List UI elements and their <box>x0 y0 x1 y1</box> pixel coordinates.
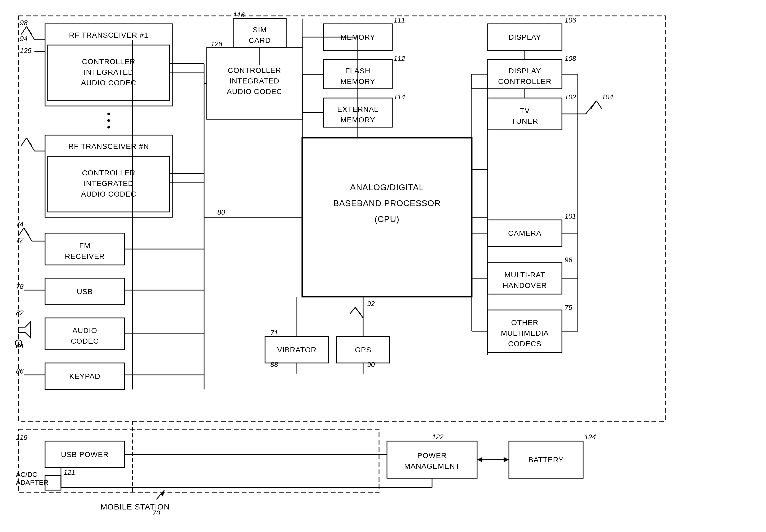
camera-label: CAMERA <box>508 229 542 237</box>
disp-ctrl-label1: DISPLAY <box>508 67 541 75</box>
label-96: 96 <box>565 256 572 264</box>
svg-point-9 <box>107 113 110 115</box>
label-80: 80 <box>217 208 225 216</box>
ctrl-label2: INTEGRATED <box>229 77 279 85</box>
label-90: 90 <box>367 361 375 369</box>
baseband-label3: (CPU) <box>374 214 400 224</box>
svg-line-21 <box>19 228 24 236</box>
label-128: 128 <box>211 40 222 48</box>
other-label3: CODECS <box>508 340 542 348</box>
svg-line-6 <box>21 26 26 34</box>
tv-label1: TV <box>520 107 530 115</box>
label-70: 70 <box>152 509 160 517</box>
label-118: 118 <box>16 433 28 441</box>
disp-ctrl-label2: CONTROLLER <box>498 77 551 86</box>
svg-line-90 <box>350 307 355 314</box>
svg-point-10 <box>107 119 110 122</box>
rfn-inner-label3: AUDIO CODEC <box>81 190 136 198</box>
svg-marker-101 <box>504 457 509 462</box>
audio-label1: AUDIO <box>72 326 97 335</box>
ctrl-label1: CONTROLLER <box>228 66 281 74</box>
label-72: 72 <box>16 236 24 244</box>
label-92: 92 <box>367 300 375 308</box>
diagram-container: RF TRANSCEIVER #1 CONTROLLER INTEGRATED … <box>11 11 755 521</box>
usb-power-label: USB POWER <box>61 450 109 459</box>
svg-line-50 <box>591 101 596 109</box>
svg-line-22 <box>24 228 29 236</box>
power-mgmt-label1: POWER <box>418 451 447 460</box>
rfn-inner-label1: CONTROLLER <box>82 169 135 177</box>
label-74: 74 <box>16 220 24 228</box>
acdc-label1: AC/DC <box>16 471 37 478</box>
battery-label: BATTERY <box>528 456 564 464</box>
label-114: 114 <box>394 93 405 101</box>
multirat-label2: HANDOVER <box>503 281 547 290</box>
baseband-label2: BASEBAND PROCESSOR <box>333 198 441 208</box>
rfn-inner-label2: INTEGRATED <box>84 179 134 188</box>
rfn-label: RF TRANSCEIVER #N <box>68 142 149 150</box>
svg-line-51 <box>596 101 602 109</box>
power-mgmt-label2: MANAGEMENT <box>404 462 460 470</box>
label-82: 82 <box>16 309 24 317</box>
svg-marker-26 <box>19 322 30 338</box>
label-88: 88 <box>270 361 278 369</box>
svg-line-7 <box>26 26 32 34</box>
label-104: 104 <box>602 93 613 101</box>
label-86: 86 <box>16 367 24 375</box>
acdc-label2: ADAPTER <box>16 478 48 486</box>
other-label2: MULTIMEDIA <box>501 329 549 337</box>
fm-label1: FM <box>79 242 90 250</box>
label-108: 108 <box>565 55 576 63</box>
svg-line-16 <box>21 138 26 146</box>
rf1-label: RF TRANSCEIVER #1 <box>69 31 148 39</box>
label-111: 111 <box>394 16 405 24</box>
label-102: 102 <box>565 93 576 101</box>
svg-line-91 <box>355 307 360 314</box>
tv-label2: TUNER <box>511 117 538 125</box>
svg-marker-104 <box>160 490 164 497</box>
label-125: 125 <box>20 47 32 55</box>
label-112: 112 <box>394 55 405 63</box>
label-122: 122 <box>432 433 444 441</box>
svg-line-17 <box>26 138 32 146</box>
label-116: 116 <box>233 11 245 19</box>
label-94: 94 <box>20 35 28 43</box>
ctrl-label3: AUDIO CODEC <box>227 87 282 96</box>
rf1-inner-label1: CONTROLLER <box>82 57 135 66</box>
svg-point-11 <box>107 126 110 128</box>
keypad-label: KEYPAD <box>69 372 100 380</box>
baseband-label1: ANALOG/DIGITAL <box>350 183 424 192</box>
rf1-inner-label2: INTEGRATED <box>84 68 134 76</box>
label-84: 84 <box>16 342 24 350</box>
fm-label2: RECEIVER <box>65 252 105 260</box>
sim-label2: CARD <box>249 36 271 45</box>
gps-label: GPS <box>355 346 371 354</box>
label-98: 98 <box>20 19 28 27</box>
label-121: 121 <box>64 468 75 476</box>
rf1-inner-label3: AUDIO CODEC <box>81 79 136 87</box>
label-78: 78 <box>16 282 24 290</box>
label-75: 75 <box>565 304 572 312</box>
multirat-label1: MULTI-RAT <box>505 271 545 279</box>
label-106: 106 <box>565 16 576 24</box>
audio-label2: CODEC <box>71 337 99 345</box>
label-71: 71 <box>270 329 278 337</box>
svg-rect-1 <box>19 429 379 493</box>
label-101: 101 <box>565 212 576 220</box>
usb-label: USB <box>77 287 93 296</box>
svg-marker-102 <box>477 457 483 462</box>
label-124: 124 <box>585 433 596 441</box>
vibrator-label: VIBRATOR <box>277 346 317 354</box>
display-label: DISPLAY <box>508 33 541 41</box>
other-label1: OTHER <box>511 318 539 327</box>
sim-label1: SIM <box>253 26 267 34</box>
